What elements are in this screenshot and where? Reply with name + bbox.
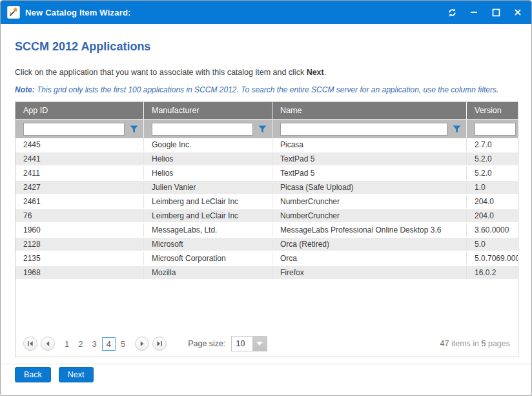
grid-body: 2445Google Inc.Picasa2.7.02441HeliosText… [15, 138, 518, 331]
pager: 12345 Page size: 10 47 items in 5 pages [15, 331, 518, 357]
table-cell: MessageLabs Professional Online Desktop … [272, 224, 467, 236]
pages-text: pages [486, 339, 510, 348]
table-cell: 3.60.0000 [467, 224, 518, 236]
page-size-dropdown-button[interactable] [252, 337, 267, 351]
table-cell: 5.2.0 [467, 152, 518, 165]
page-numbers: 12345 [61, 337, 129, 351]
table-cell: MessageLabs, Ltd. [144, 224, 272, 236]
table-cell: 204.0 [467, 209, 518, 222]
previous-page-button[interactable] [41, 337, 55, 351]
table-cell: 2427 [15, 181, 144, 194]
table-row[interactable]: 76Leimberg and LeClair IncNumberCruncher… [15, 209, 518, 224]
wizard-app-icon [7, 6, 20, 19]
table-cell: Google Inc. [144, 138, 272, 151]
table-row[interactable]: 2461Leimberg and LeClair IncNumberCrunch… [15, 195, 518, 209]
page-title: SCCM 2012 Applications [15, 40, 517, 54]
filter-funnel-icon[interactable] [258, 125, 267, 133]
first-page-button[interactable] [23, 337, 37, 351]
pager-status: 47 items in 5 pages [440, 339, 510, 348]
table-row[interactable]: 2411HeliosTextPad 55.2.0 [15, 167, 518, 181]
table-cell: Microsoft [144, 238, 272, 251]
footer-separator [1, 364, 531, 364]
filter-input-app-id[interactable] [23, 123, 125, 136]
instruction-body: Click on the application that you want t… [15, 68, 307, 77]
filter-cell-version [467, 120, 518, 138]
table-cell: 2128 [15, 238, 144, 251]
table-cell: 5.2.0 [467, 167, 518, 180]
table-cell: Julien Vanier [144, 181, 272, 194]
table-cell: Picasa [272, 138, 467, 151]
window-controls [445, 5, 525, 19]
table-cell: Microsoft Corporation [144, 252, 272, 265]
table-cell: Helios [144, 152, 272, 165]
next-page-button[interactable] [135, 337, 149, 351]
table-row[interactable]: 2427Julien VanierPicasa (Safe Upload)1.0 [15, 181, 518, 195]
table-row[interactable]: 1960MessageLabs, Ltd.MessageLabs Profess… [15, 224, 518, 238]
filter-input-manufacturer[interactable] [152, 123, 253, 136]
table-row[interactable]: 2135Microsoft CorporationOrca5.0.7069.00… [15, 252, 518, 266]
table-cell: NumberCruncher [272, 195, 467, 208]
back-button[interactable]: Back [15, 367, 51, 382]
column-header-manufacturer[interactable]: Manufacturer [144, 102, 272, 119]
table-cell: 204.0 [467, 195, 518, 208]
last-page-button[interactable] [152, 337, 167, 351]
table-cell: 2445 [15, 138, 144, 151]
minimize-icon[interactable] [467, 5, 481, 19]
items-count: 47 [440, 339, 449, 348]
filter-cell-app-id [15, 120, 144, 138]
table-cell: Orca [272, 252, 467, 265]
page-number-1[interactable]: 1 [61, 338, 73, 350]
page-size-value: 10 [232, 337, 252, 351]
titlebar: New Catalog Item Wizard: [1, 1, 531, 24]
items-text: items in [449, 339, 482, 348]
wizard-window: New Catalog Item Wizard: SCCM 2012 [0, 0, 532, 396]
filter-cell-name [272, 120, 467, 138]
note-label: Note: [15, 85, 35, 94]
table-cell: 2135 [15, 252, 144, 265]
footer: Back Next [15, 367, 94, 382]
filter-input-version[interactable] [475, 123, 516, 136]
table-row[interactable]: 1968MozillaFirefox16.0.2 [15, 266, 518, 280]
filter-cell-manufacturer [144, 120, 272, 138]
grid-header-row: App IDManufacturerNameVersion [15, 102, 518, 119]
page-number-5[interactable]: 5 [117, 338, 129, 350]
applications-grid: App IDManufacturerNameVersion 2445Google… [15, 101, 518, 357]
table-cell: 5.0.7069.0000 [467, 252, 518, 265]
page-number-3[interactable]: 3 [88, 338, 100, 350]
table-cell: Mozilla [144, 266, 272, 279]
table-cell: 1968 [15, 266, 144, 279]
table-cell: 76 [15, 209, 144, 222]
table-cell: 2441 [15, 152, 144, 165]
table-cell: 2411 [15, 167, 144, 180]
table-cell: 2461 [15, 195, 144, 208]
refresh-icon[interactable] [445, 5, 459, 19]
table-row[interactable]: 2441HeliosTextPad 55.2.0 [15, 152, 518, 167]
table-cell: 5.0 [467, 238, 518, 251]
page-number-2[interactable]: 2 [74, 338, 87, 350]
column-header-app-id[interactable]: App ID [15, 102, 144, 119]
maximize-icon[interactable] [489, 5, 503, 19]
table-row[interactable]: 2445Google Inc.Picasa2.7.0 [15, 138, 518, 152]
table-cell: 16.0.2 [467, 266, 518, 279]
page-number-4[interactable]: 4 [102, 337, 116, 351]
note-text: Note: This grid only lists the first 100… [15, 85, 517, 94]
table-row[interactable]: 2128MicrosoftOrca (Retired)5.0 [15, 238, 518, 252]
filter-input-name[interactable] [280, 123, 447, 136]
page-size-dropdown[interactable]: 10 [231, 336, 267, 351]
page-size-group: Page size: 10 [188, 336, 267, 351]
table-cell: Orca (Retired) [272, 238, 467, 251]
window-title: New Catalog Item Wizard: [25, 8, 131, 17]
table-cell: TextPad 5 [272, 167, 467, 180]
filter-funnel-icon[interactable] [453, 125, 461, 133]
close-icon[interactable] [511, 5, 525, 19]
next-button[interactable]: Next [59, 367, 94, 382]
note-body: This grid only lists the first 100 appli… [35, 85, 499, 94]
table-cell: 1960 [15, 224, 144, 236]
filter-funnel-icon[interactable] [130, 125, 138, 133]
table-cell: TextPad 5 [272, 152, 467, 165]
grid-filter-row [15, 119, 518, 138]
column-header-version[interactable]: Version [467, 102, 518, 119]
table-cell: Picasa (Safe Upload) [272, 181, 467, 194]
instruction-emphasis: Next [307, 68, 324, 77]
column-header-name[interactable]: Name [272, 102, 467, 119]
